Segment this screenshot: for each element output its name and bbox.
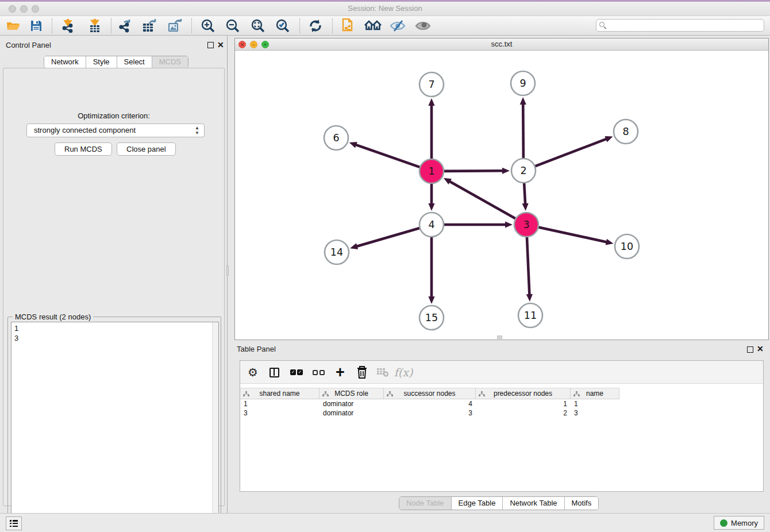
mcds-result-textarea[interactable]: 1 3 <box>11 322 219 532</box>
edge-2-8[interactable] <box>533 138 609 167</box>
task-list-button[interactable] <box>6 516 22 530</box>
save-icon[interactable] <box>28 18 45 33</box>
tab-network-table[interactable]: Network Table <box>503 497 564 510</box>
tab-edge-table[interactable]: Edge Table <box>452 497 503 510</box>
minimize-view-icon[interactable]: − <box>250 41 257 48</box>
maximize-view-icon[interactable]: + <box>261 41 269 48</box>
show-all-eye-icon[interactable] <box>414 18 432 33</box>
export-network-icon[interactable] <box>117 18 134 33</box>
table-cell[interactable]: dominator <box>319 399 384 408</box>
close-view-icon[interactable]: ✕ <box>238 41 246 48</box>
arrowhead-1-2 <box>502 168 510 174</box>
float-panel-icon[interactable] <box>207 42 214 48</box>
column-header-successor-nodes[interactable]: successor nodes <box>384 388 476 399</box>
table-grid[interactable]: shared nameMCDS rolesuccessor nodesprede… <box>240 388 619 418</box>
close-panel-button[interactable]: Close panel <box>117 142 176 156</box>
memory-button[interactable]: Memory <box>714 516 764 530</box>
deselect-all-icon[interactable] <box>310 365 326 380</box>
zoom-selected-icon[interactable] <box>274 18 291 33</box>
node-label-1: 1 <box>428 165 434 177</box>
column-header-predecessor-nodes[interactable]: predecessor nodes <box>476 388 571 399</box>
close-panel-icon[interactable]: ✕ <box>217 42 224 48</box>
edge-3-10[interactable] <box>537 227 609 242</box>
table-cell[interactable]: 1 <box>476 399 571 408</box>
column-header-shared-name[interactable]: shared name <box>240 388 319 399</box>
edge-3-1[interactable] <box>448 180 517 219</box>
zoom-fit-icon[interactable] <box>249 18 267 33</box>
refresh-icon[interactable] <box>307 18 324 33</box>
split-view-icon[interactable] <box>266 365 282 380</box>
delete-column-icon[interactable] <box>354 365 370 380</box>
minimize-window-icon[interactable] <box>20 5 28 13</box>
table-cell[interactable]: 1 <box>571 399 619 408</box>
edge-4-14[interactable] <box>355 228 422 247</box>
network-canvas[interactable]: 7968124314101511 <box>235 51 768 340</box>
edge-3-11[interactable] <box>527 235 530 297</box>
float-table-panel-icon[interactable] <box>747 346 753 353</box>
table-cell[interactable]: 4 <box>384 399 476 408</box>
node-label-11: 11 <box>524 310 537 321</box>
edge-2-3[interactable] <box>524 181 525 206</box>
table-row[interactable]: 3dominator323 <box>240 408 619 418</box>
tab-select[interactable]: Select <box>117 56 152 68</box>
clone-network-icon[interactable] <box>339 18 356 33</box>
arrowhead-3-11 <box>526 294 533 302</box>
table-cell[interactable]: 3 <box>384 408 476 418</box>
search-input[interactable] <box>596 19 764 32</box>
close-window-icon[interactable] <box>9 5 16 13</box>
close-table-panel-icon[interactable]: ✕ <box>757 346 764 352</box>
table-cell[interactable]: dominator <box>319 408 384 418</box>
tab-mcds[interactable]: MCDS <box>152 56 188 68</box>
tab-network[interactable]: Network <box>44 56 86 68</box>
arrowhead-2-9 <box>520 97 526 105</box>
column-attribute-icon <box>322 391 329 397</box>
table-row[interactable]: 1dominator411 <box>240 399 619 408</box>
add-column-icon[interactable]: + <box>332 365 348 380</box>
import-table-icon[interactable] <box>86 18 103 33</box>
toolbar-separator <box>111 18 111 33</box>
delete-table-icon[interactable] <box>375 365 391 380</box>
tab-motifs[interactable]: Motifs <box>565 497 599 510</box>
node-label-7: 7 <box>428 79 434 90</box>
table-settings-icon[interactable]: ⚙ <box>245 365 261 380</box>
network-window-titlebar[interactable]: ✕ − + scc.txt <box>235 38 768 51</box>
window-title: Session: New Session <box>0 2 770 16</box>
panel-splitter-handle[interactable] <box>226 265 229 276</box>
home-layout-icon[interactable] <box>364 18 382 33</box>
import-network-icon[interactable] <box>59 18 76 33</box>
select-all-icon[interactable]: ✓✓ <box>288 365 305 380</box>
column-header-label: shared name <box>259 390 299 398</box>
column-header-label: MCDS role <box>334 390 368 398</box>
zoom-out-icon[interactable] <box>224 18 241 33</box>
run-mcds-button[interactable]: Run MCDS <box>55 142 112 156</box>
open-folder-icon[interactable] <box>5 18 22 33</box>
table-cell[interactable]: 1 <box>240 399 319 408</box>
result-scrollbar[interactable] <box>212 322 218 532</box>
toolbar-separator <box>299 18 300 33</box>
arrowhead-1-4 <box>428 203 434 211</box>
edge-1-2[interactable] <box>442 171 505 171</box>
export-table-icon[interactable] <box>141 18 159 33</box>
edge-1-6[interactable] <box>353 144 422 168</box>
maximize-window-icon[interactable] <box>32 5 39 13</box>
column-header-MCDS-role[interactable]: MCDS role <box>319 388 384 399</box>
optimization-criterion-select[interactable]: strongly connected component ▲▼ <box>26 124 205 137</box>
column-header-name[interactable]: name <box>571 388 619 399</box>
table-cell[interactable]: 3 <box>571 408 619 418</box>
export-image-icon[interactable] <box>167 18 184 33</box>
tab-node-table[interactable]: Node Table <box>399 497 452 510</box>
table-cell[interactable]: 3 <box>240 408 319 418</box>
arrowhead-3-10 <box>606 239 614 245</box>
hide-selected-eye-icon[interactable] <box>389 18 406 33</box>
column-attribute-icon <box>479 391 485 397</box>
table-cell[interactable]: 2 <box>476 408 571 418</box>
node-table: ⚙ ✓✓ + f(x) shared nameMCDS rolesuccesso… <box>240 360 764 492</box>
node-label-9: 9 <box>519 78 526 89</box>
table-body: 1dominator4113dominator323 <box>240 399 619 418</box>
edge-2-9[interactable] <box>523 102 523 160</box>
tab-style[interactable]: Style <box>86 56 117 68</box>
zoom-in-icon[interactable] <box>199 18 217 33</box>
column-header-label: name <box>586 390 603 398</box>
canvas-scroll-thumb[interactable] <box>497 336 502 339</box>
node-label-6: 6 <box>333 132 339 144</box>
